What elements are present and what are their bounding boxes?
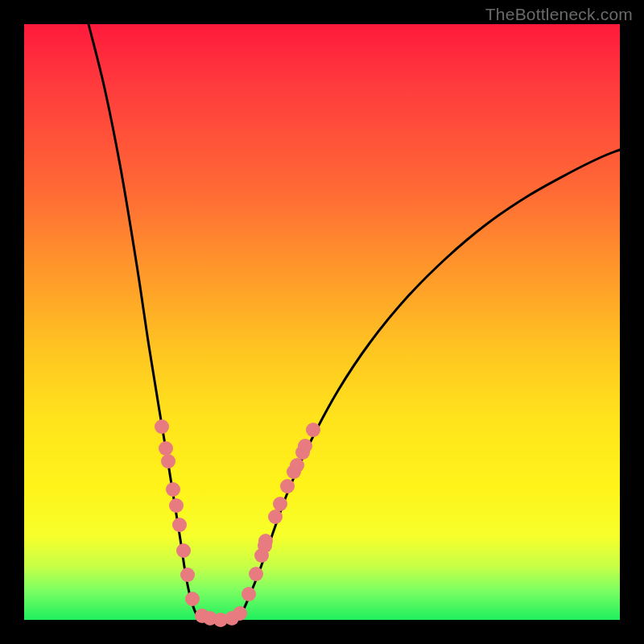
data-dot <box>166 482 180 497</box>
data-dot <box>242 587 256 601</box>
data-dot <box>169 498 184 513</box>
data-dot <box>176 543 191 558</box>
bottleneck-curve <box>89 24 620 620</box>
chart-svg <box>24 24 620 620</box>
data-dot <box>180 568 195 582</box>
data-dot <box>290 458 304 473</box>
data-dot <box>273 497 287 511</box>
data-dot <box>280 479 295 493</box>
data-dot <box>233 606 247 621</box>
data-dot <box>258 534 273 548</box>
data-dot <box>306 423 320 437</box>
data-dot <box>155 419 169 434</box>
data-dot <box>268 510 283 524</box>
data-dot <box>159 441 173 456</box>
data-dot <box>172 518 187 532</box>
data-dot <box>161 454 175 469</box>
plot-area <box>24 24 620 620</box>
watermark-text: TheBottleneck.com <box>485 5 633 24</box>
chart-frame: TheBottleneck.com <box>0 0 644 644</box>
data-dot <box>298 439 312 453</box>
data-dots <box>155 419 320 627</box>
data-dot <box>185 592 200 606</box>
data-dot <box>249 567 263 581</box>
